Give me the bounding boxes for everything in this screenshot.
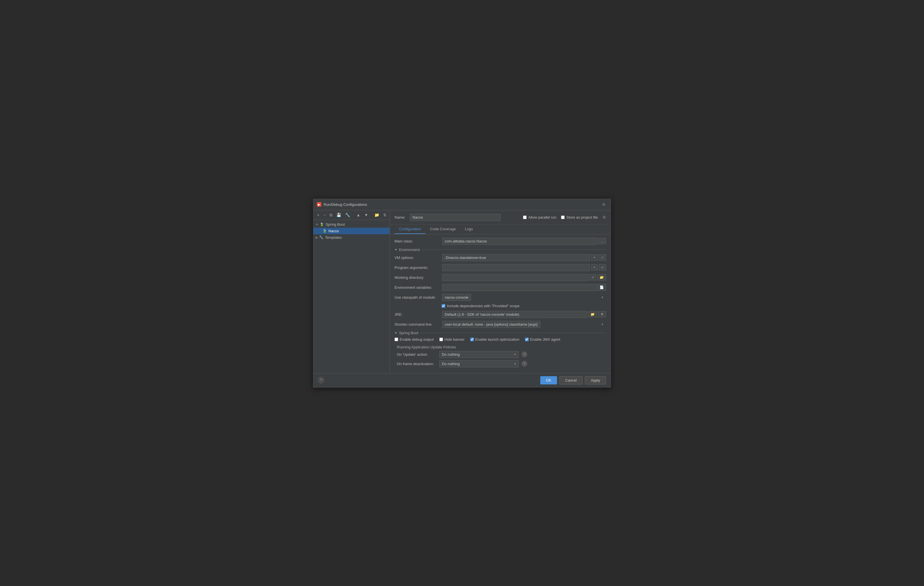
templates-icon: 🔧	[319, 235, 323, 239]
spring-boot-tree-group[interactable]: ▼ 🍃 Spring Boot	[314, 221, 390, 228]
main-class-browse-button[interactable]: ...	[599, 238, 606, 244]
dialog-body: + − ⧉ 💾 🔧 ▲ ▼ 📁 ⇅ ▼ 🍃 Spring Boot	[314, 210, 610, 373]
store-as-project-checkbox[interactable]	[561, 215, 565, 219]
nacos-label: Nacos	[328, 229, 339, 233]
program-args-row: Program arguments: + ⤢	[394, 264, 606, 271]
ok-button[interactable]: OK	[540, 376, 557, 384]
shorten-cmd-select-wrapper: user-local default: none - java [options…	[442, 321, 606, 328]
jre-input[interactable]	[442, 311, 587, 318]
copy-config-button[interactable]: ⧉	[328, 212, 334, 218]
include-deps-label: Include dependencies with "Provided" sco…	[447, 304, 520, 308]
vm-options-expand-button[interactable]: +	[591, 254, 597, 261]
help-button[interactable]: ?	[318, 377, 324, 383]
environment-line	[421, 250, 606, 250]
shorten-cmd-select[interactable]: user-local default: none - java [options…	[442, 321, 540, 328]
run-debug-dialog: ▶ Run/Debug Configurations ✕ + − ⧉ 💾 🔧 ▲…	[313, 199, 611, 387]
sort-button[interactable]: ⇅	[382, 212, 388, 218]
tab-configuration[interactable]: Configuration	[394, 225, 426, 234]
include-deps-checkbox-row: Include dependencies with "Provided" sco…	[442, 304, 520, 308]
cancel-button[interactable]: Cancel	[559, 376, 582, 384]
jre-row: JRE: 📁 ▼	[394, 311, 606, 318]
gear-button[interactable]: ⚙	[602, 215, 606, 220]
title-bar: ▶ Run/Debug Configurations ✕	[314, 199, 610, 210]
templates-arrow: ▶	[316, 236, 318, 239]
dialog-footer: ? OK Cancel Apply	[314, 373, 610, 387]
working-dir-add-button[interactable]: +	[590, 274, 596, 280]
env-vars-input-row: 📄	[442, 284, 606, 291]
spring-boot-section-header: ▼ Spring Boot	[394, 331, 606, 335]
jre-input-row: 📁 ▼	[442, 311, 606, 318]
tabs: Configuration Code Coverage Logs	[390, 225, 610, 234]
enable-jmx-checkbox[interactable]	[525, 338, 529, 341]
name-input[interactable]	[410, 214, 501, 221]
store-as-project-label: Store as project file	[566, 215, 598, 220]
program-args-input[interactable]	[442, 264, 590, 271]
right-panel: Name: Allow parallel run Store as projec…	[390, 210, 610, 373]
environment-arrow[interactable]: ▼	[394, 248, 397, 251]
spring-boot-section-label: Spring Boot	[399, 331, 418, 335]
hide-banner-checkbox[interactable]	[439, 338, 443, 341]
environment-label: Environment	[399, 248, 420, 252]
working-dir-row: Working directory: + 📁	[394, 274, 606, 281]
main-class-label: Main class:	[394, 239, 440, 243]
classpath-select-wrapper: nacos-console	[442, 294, 606, 301]
main-class-input[interactable]	[442, 238, 597, 245]
jre-dropdown-button[interactable]: ▼	[598, 311, 606, 318]
left-panel: + − ⧉ 💾 🔧 ▲ ▼ 📁 ⇅ ▼ 🍃 Spring Boot	[314, 210, 390, 373]
running-policies-label: Running Application Update Policies	[397, 345, 606, 349]
working-dir-browse-button[interactable]: 📁	[597, 274, 606, 280]
vm-options-label: VM options:	[394, 255, 440, 260]
tab-code-coverage[interactable]: Code Coverage	[426, 225, 460, 234]
vm-options-row: VM options: + ⤢	[394, 254, 606, 261]
spring-boot-icon: 🍃	[320, 222, 324, 226]
on-update-select[interactable]: Do nothing Update classes and resources	[439, 351, 519, 358]
on-frame-help-button[interactable]: ?	[521, 361, 527, 366]
env-vars-file-button[interactable]: 📄	[597, 284, 606, 291]
classpath-select[interactable]: nacos-console	[442, 294, 471, 301]
enable-debug-option: Enable debug output	[394, 337, 434, 341]
config-content: Main class: ... ▼ Environment VM options…	[390, 234, 610, 373]
footer-right: OK Cancel Apply	[540, 376, 606, 384]
environment-section-header: ▼ Environment	[394, 248, 606, 252]
classpath-label: Use classpath of module:	[394, 295, 440, 300]
tab-logs[interactable]: Logs	[460, 225, 477, 234]
env-vars-input[interactable]	[442, 284, 597, 291]
enable-launch-checkbox[interactable]	[470, 338, 474, 341]
on-update-label: On 'Update' action:	[397, 353, 436, 357]
remove-config-button[interactable]: −	[322, 212, 327, 218]
apply-button[interactable]: Apply	[585, 376, 606, 384]
wrench-button[interactable]: 🔧	[344, 212, 351, 218]
program-args-fullscreen-button[interactable]: ⤢	[599, 264, 606, 271]
templates-label: Templates	[325, 235, 342, 240]
working-dir-label: Working directory:	[394, 275, 440, 280]
vm-options-input[interactable]	[442, 254, 590, 261]
config-tree: ▼ 🍃 Spring Boot 🍃 Nacos ▶ 🔧 Templates	[314, 220, 390, 373]
on-update-help-button[interactable]: ?	[521, 351, 527, 357]
allow-parallel-checkbox[interactable]	[523, 215, 527, 219]
enable-launch-option: Enable launch optimization	[470, 337, 519, 341]
save-config-button[interactable]: 💾	[335, 212, 343, 218]
on-frame-select-wrap: Do nothing Update classes and resources	[439, 360, 519, 367]
add-config-button[interactable]: +	[316, 212, 321, 218]
spring-boot-arrow: ▼	[316, 223, 318, 226]
spring-boot-label: Spring Boot	[325, 222, 345, 227]
templates-tree-item[interactable]: ▶ 🔧 Templates	[314, 234, 390, 241]
folder-button[interactable]: 📁	[373, 212, 381, 218]
spring-boot-section-arrow[interactable]: ▼	[394, 331, 397, 334]
nacos-tree-item[interactable]: 🍃 Nacos	[314, 228, 390, 234]
include-deps-checkbox[interactable]	[442, 304, 445, 308]
close-button[interactable]: ✕	[600, 201, 607, 208]
program-args-label: Program arguments:	[394, 265, 440, 270]
move-up-button[interactable]: ▲	[355, 212, 361, 218]
enable-debug-label: Enable debug output	[399, 337, 434, 341]
enable-launch-label: Enable launch optimization	[475, 337, 519, 341]
program-args-expand-button[interactable]: +	[591, 264, 597, 271]
enable-debug-checkbox[interactable]	[394, 338, 398, 341]
vm-options-fullscreen-button[interactable]: ⤢	[599, 254, 606, 261]
jre-browse-button[interactable]: 📁	[588, 311, 597, 318]
on-frame-select[interactable]: Do nothing Update classes and resources	[439, 360, 519, 367]
working-dir-input[interactable]	[442, 274, 589, 281]
app-icon: ▶	[317, 202, 321, 207]
enable-jmx-label: Enable JMX agent	[530, 337, 560, 341]
move-down-button[interactable]: ▼	[363, 212, 370, 218]
